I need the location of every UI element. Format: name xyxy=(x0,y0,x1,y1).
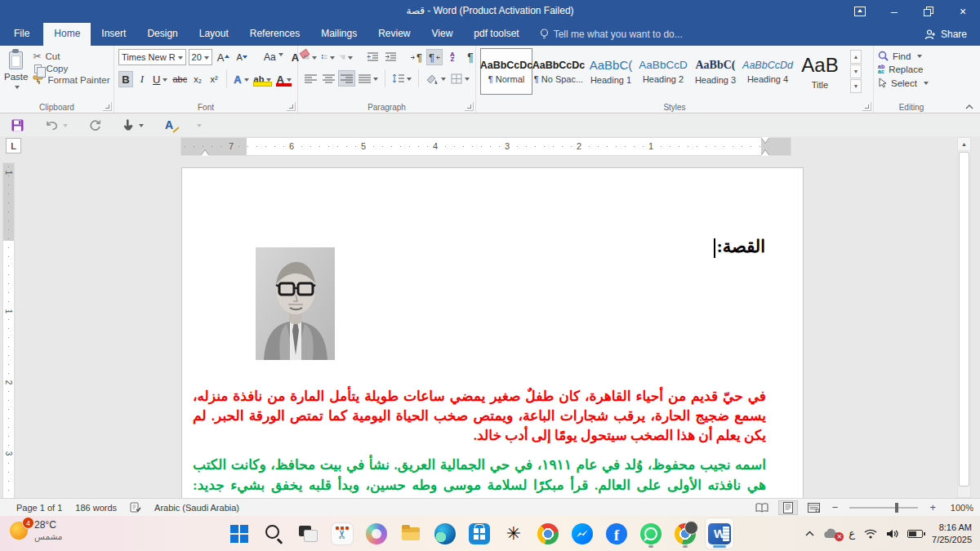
battery-icon[interactable] xyxy=(907,530,923,538)
multilevel-dropdown-arrow[interactable] xyxy=(348,56,353,62)
increase-indent-button[interactable] xyxy=(382,49,399,65)
select-button[interactable]: Select xyxy=(878,78,945,88)
tell-me-box[interactable]: Tell me what you want to do... xyxy=(540,23,683,46)
style-inspector-button[interactable]: A xyxy=(165,118,173,131)
language-indicator[interactable]: Arabic (Saudi Arabia) xyxy=(154,503,239,513)
undo-dropdown-arrow[interactable] xyxy=(63,124,68,130)
paste-dropdown-arrow[interactable] xyxy=(15,86,20,91)
vertical-ruler[interactable]: 1123 xyxy=(3,163,14,498)
vertical-scrollbar[interactable]: ▲ xyxy=(957,137,971,498)
taskbar-file-explorer[interactable] xyxy=(397,518,425,549)
find-dropdown-arrow[interactable] xyxy=(917,55,922,60)
clock[interactable]: 8:16 AM 7/25/2025 xyxy=(932,522,972,546)
align-center-button[interactable] xyxy=(320,70,336,87)
scroll-up-arrow[interactable]: ▲ xyxy=(958,138,970,151)
tab-review[interactable]: Review xyxy=(368,23,421,46)
styles-dialog-launcher[interactable] xyxy=(862,102,871,111)
styles-scroll-up-button[interactable]: ▲ xyxy=(850,50,862,64)
portrait-photo-naguib-mahfouz[interactable] xyxy=(256,247,335,360)
styles-more-button[interactable]: ▼ xyxy=(850,79,862,93)
font-name-combo[interactable]: Times New R xyxy=(118,49,186,65)
select-dropdown-arrow[interactable] xyxy=(924,82,929,87)
word-count[interactable]: 186 words xyxy=(75,503,117,513)
style-no-spacing[interactable]: AaBbCcDc ¶ No Spac... xyxy=(532,48,585,95)
taskbar-word[interactable] xyxy=(706,518,733,549)
taskbar-search-button[interactable] xyxy=(260,518,287,549)
shading-button[interactable] xyxy=(424,70,448,87)
minimize-button[interactable]: – xyxy=(877,0,911,23)
style-heading-3[interactable]: AaBbC( Heading 3 xyxy=(689,48,742,95)
superscript-button[interactable]: x² xyxy=(207,71,221,87)
paragraph-dialog-launcher[interactable] xyxy=(465,102,474,111)
document-body-text[interactable]: في حيّ قديم من أحياء القاهرة، كان طفلٌ ص… xyxy=(193,387,766,515)
taskbar-whatsapp[interactable] xyxy=(637,518,665,549)
tab-references[interactable]: References xyxy=(239,23,310,46)
taskbar-microsoft-store[interactable] xyxy=(466,518,493,549)
strikethrough-button[interactable]: abc xyxy=(171,71,189,87)
customize-qat-arrow[interactable] xyxy=(197,124,202,130)
line-spacing-dropdown-arrow[interactable] xyxy=(407,78,412,83)
touch-mode-button[interactable] xyxy=(122,119,144,131)
onedrive-icon[interactable]: ✕ xyxy=(823,528,840,539)
tab-view[interactable]: View xyxy=(421,23,464,46)
shading-dropdown-arrow[interactable] xyxy=(441,78,446,83)
numbering-button[interactable] xyxy=(320,49,336,65)
rtl-direction-button[interactable]: ¶ xyxy=(426,49,443,65)
bold-button[interactable]: B xyxy=(118,71,133,87)
font-color-dropdown-arrow[interactable] xyxy=(287,78,292,84)
wifi-icon[interactable] xyxy=(864,529,877,539)
multilevel-list-button[interactable] xyxy=(338,49,354,65)
font-color-button[interactable]: A xyxy=(274,71,292,87)
web-layout-button[interactable] xyxy=(804,500,824,515)
taskbar-chrome[interactable] xyxy=(534,518,562,549)
grow-font-button[interactable]: A xyxy=(215,51,232,64)
paragraph-red[interactable]: في حيّ قديم من أحياء القاهرة، كان طفلٌ ص… xyxy=(193,387,766,446)
document-page[interactable]: القصة: في حيّ قديم من أحياء القاهرة، xyxy=(181,167,804,551)
zoom-percentage[interactable]: 100% xyxy=(944,503,973,513)
change-case-button[interactable]: Aa xyxy=(261,51,286,64)
tab-design[interactable]: Design xyxy=(136,23,188,46)
underline-dropdown-arrow[interactable] xyxy=(163,78,167,84)
shrink-font-button[interactable]: A xyxy=(234,51,250,63)
print-layout-button[interactable] xyxy=(778,500,798,515)
collapse-ribbon-button[interactable] xyxy=(965,104,973,109)
tab-file[interactable]: File xyxy=(0,23,43,46)
style-normal[interactable]: AaBbCcDc ¶ Normal xyxy=(480,48,532,95)
align-right-button[interactable] xyxy=(338,70,355,87)
borders-dropdown-arrow[interactable] xyxy=(465,78,470,83)
replace-button[interactable]: abac Replace xyxy=(878,64,945,74)
taskbar-edge[interactable] xyxy=(431,518,459,549)
font-name-dropdown-arrow[interactable] xyxy=(178,56,183,62)
styles-scroll-down-button[interactable]: ▼ xyxy=(850,64,862,78)
borders-button[interactable] xyxy=(449,70,471,87)
left-indent-marker[interactable] xyxy=(201,146,209,156)
paste-button[interactable]: Paste xyxy=(4,48,28,90)
input-language-indicator[interactable]: ع xyxy=(849,527,855,540)
scrollbar-thumb[interactable] xyxy=(959,152,969,487)
taskbar-task-view-button[interactable] xyxy=(294,518,322,549)
align-left-button[interactable] xyxy=(302,70,318,87)
zoom-slider-thumb[interactable] xyxy=(895,503,898,513)
document-heading[interactable]: القصة: xyxy=(714,237,765,258)
restore-button[interactable] xyxy=(911,0,946,23)
style-heading-4[interactable]: AaBbCcDd Heading 4 xyxy=(742,48,794,95)
horizontal-ruler[interactable]: 7654321 xyxy=(181,138,791,155)
share-button[interactable]: Share xyxy=(924,23,967,46)
text-effects-dropdown-arrow[interactable] xyxy=(244,78,249,84)
style-heading-1[interactable]: AaBbC( Heading 1 xyxy=(585,48,637,95)
tab-insert[interactable]: Insert xyxy=(91,23,136,46)
redo-button[interactable] xyxy=(89,119,101,131)
taskbar-chatgpt[interactable] xyxy=(500,518,528,549)
bullets-dropdown-arrow[interactable] xyxy=(312,56,317,62)
bullets-button[interactable] xyxy=(302,49,318,65)
justify-dropdown-arrow[interactable] xyxy=(373,78,378,83)
line-spacing-button[interactable] xyxy=(390,70,413,87)
taskbar-snipping-tool[interactable] xyxy=(328,518,356,549)
clipboard-dialog-launcher[interactable] xyxy=(103,102,112,111)
tray-chevron-button[interactable] xyxy=(805,531,814,536)
change-case-dropdown-arrow[interactable] xyxy=(278,53,283,59)
find-button[interactable]: Find xyxy=(878,51,945,61)
sort-button[interactable]: AZ xyxy=(444,49,461,65)
highlight-dropdown-arrow[interactable] xyxy=(266,78,271,84)
taskbar-facebook[interactable] xyxy=(603,518,630,549)
